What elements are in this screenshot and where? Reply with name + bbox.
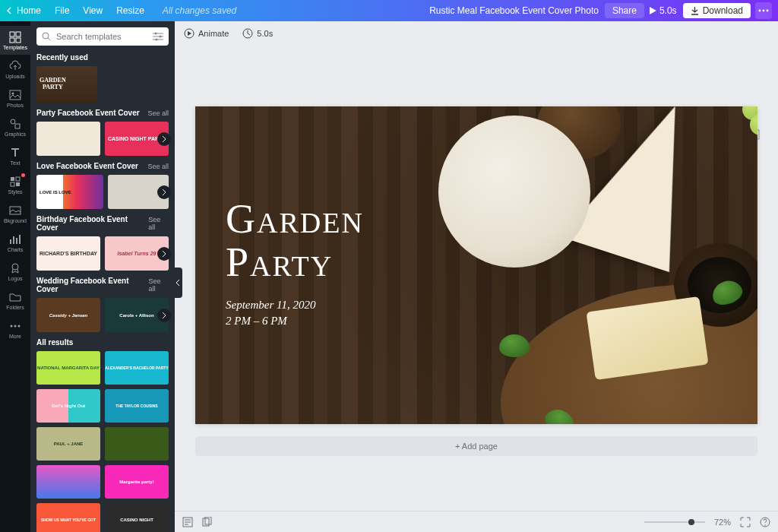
template-thumb[interactable]: Cassidy + Jensen [36, 298, 100, 332]
document-title[interactable]: Rustic Meal Facebook Event Cover Photo [429, 5, 599, 16]
template-thumb[interactable] [105, 427, 169, 461]
animate-button[interactable]: Animate [184, 28, 229, 39]
rail-templates[interactable]: Templates [0, 26, 30, 55]
zoom-slider[interactable] [644, 521, 705, 523]
template-thumb[interactable]: RICHARD'S BIRTHDAY [36, 236, 100, 271]
svg-point-2 [767, 10, 769, 12]
svg-point-20 [43, 33, 49, 39]
help-icon[interactable] [760, 517, 770, 527]
fullscreen-icon[interactable] [740, 517, 751, 527]
template-thumb[interactable]: GARDENPARTY [36, 66, 97, 103]
filter-icon[interactable] [153, 32, 163, 41]
search-input[interactable] [36, 27, 169, 46]
home-button[interactable]: Home [6, 5, 41, 16]
side-rail: Templates Uploads Photos Graphics Text S… [0, 21, 30, 532]
shapes-icon [9, 118, 21, 130]
template-thumb[interactable]: Margarita party! [105, 465, 169, 499]
template-thumb[interactable]: LOVE IS LOVE [36, 175, 103, 209]
folder-icon [9, 291, 21, 303]
svg-point-8 [12, 92, 14, 94]
home-label: Home [17, 5, 41, 16]
view-menu[interactable]: View [83, 5, 103, 16]
file-menu[interactable]: File [55, 5, 69, 16]
template-thumb[interactable]: CASINO NIGHT [105, 503, 169, 532]
scroll-right-button[interactable] [157, 309, 171, 322]
see-all-link[interactable]: See all [148, 216, 169, 231]
svg-point-33 [764, 524, 765, 525]
notes-icon[interactable] [182, 517, 193, 527]
chevron-right-icon [161, 136, 167, 142]
svg-point-22 [160, 36, 162, 38]
palette-icon [9, 176, 21, 188]
cloud-upload-icon [9, 60, 21, 72]
download-icon [691, 7, 699, 15]
scroll-right-button[interactable] [157, 247, 171, 261]
chevron-left-icon [176, 280, 180, 286]
bottom-bar: 72% [175, 511, 778, 532]
scroll-right-button[interactable] [157, 132, 171, 146]
design-date[interactable]: September 11, 2020 [226, 297, 364, 313]
template-thumb[interactable]: NATIONAL MARGARITA DAY [36, 351, 100, 385]
text-icon [9, 147, 21, 159]
download-button[interactable]: Download [683, 3, 751, 18]
more-menu-button[interactable] [755, 2, 772, 19]
context-toolbar: Animate 5.0s [175, 21, 778, 46]
svg-point-0 [759, 10, 761, 12]
template-thumb[interactable]: THE TAYLOR COUSINS [105, 389, 169, 423]
zoom-value[interactable]: 72% [714, 518, 731, 527]
resize-menu[interactable]: Resize [116, 5, 144, 16]
scroll-right-button[interactable] [157, 185, 171, 199]
svg-point-9 [11, 119, 15, 124]
svg-point-18 [14, 325, 17, 327]
see-all-link[interactable]: See all [147, 163, 169, 170]
template-thumb[interactable] [36, 465, 100, 499]
duration-button[interactable]: 5.0s [242, 28, 273, 39]
svg-point-16 [12, 264, 18, 270]
design-heading[interactable]: GardenParty [226, 198, 364, 283]
badge-icon [9, 262, 21, 274]
design-text-group[interactable]: GardenParty September 11, 2020 2 PM – 6 … [226, 198, 364, 329]
pages-icon[interactable] [202, 517, 213, 527]
templates-panel: Recently used GARDENPARTY Party Facebook… [30, 21, 175, 532]
rail-styles[interactable]: Styles [0, 170, 30, 199]
rail-text[interactable]: Text [0, 141, 30, 170]
see-all-link[interactable]: See all [148, 277, 169, 293]
rail-more[interactable]: More [0, 315, 30, 344]
template-thumb[interactable]: PAUL + JANE [36, 427, 100, 461]
see-all-link[interactable]: See all [147, 109, 169, 117]
svg-rect-13 [11, 182, 14, 186]
rail-folders[interactable]: Folders [0, 286, 30, 315]
svg-rect-4 [16, 32, 21, 36]
rail-background[interactable]: Bkground [0, 199, 30, 228]
template-thumb[interactable] [36, 122, 100, 156]
play-duration: 5.0s [659, 5, 677, 16]
rail-logos[interactable]: Logos [0, 257, 30, 286]
add-page-button[interactable]: + Add page [195, 436, 757, 456]
rail-graphics[interactable]: Graphics [0, 112, 30, 141]
design-canvas[interactable]: GardenParty September 11, 2020 2 PM – 6 … [195, 106, 757, 424]
svg-rect-3 [10, 32, 14, 36]
svg-point-23 [156, 39, 158, 41]
canvas-stage[interactable]: GardenParty September 11, 2020 2 PM – 6 … [175, 46, 778, 511]
search-icon [42, 32, 51, 41]
new-badge [21, 173, 25, 177]
template-thumb[interactable]: ALEXANDER'S BACHELOR PARTY [105, 351, 169, 385]
chevron-left-icon [6, 7, 14, 14]
share-button[interactable]: Share [605, 3, 644, 18]
template-thumb[interactable]: Girl's Night Out [36, 389, 100, 423]
rail-photos[interactable]: Photos [0, 84, 30, 112]
collapse-panel-button[interactable] [173, 268, 182, 298]
rail-charts[interactable]: Charts [0, 228, 30, 257]
svg-rect-14 [16, 182, 20, 186]
svg-point-1 [763, 10, 765, 12]
template-thumb[interactable]: SHOW US WHAT YOU'VE GOT [36, 503, 100, 532]
svg-rect-11 [11, 177, 14, 181]
design-time[interactable]: 2 PM – 6 PM [226, 313, 364, 329]
section-love: Love Facebook Event Cover [36, 162, 138, 170]
download-label: Download [703, 5, 743, 16]
rail-uploads[interactable]: Uploads [0, 55, 30, 84]
play-button[interactable]: 5.0s [649, 5, 677, 16]
zoom-thumb[interactable] [688, 519, 694, 525]
top-menubar: Home File View Resize All changes saved … [0, 0, 778, 21]
section-party: Party Facebook Event Cover [36, 109, 140, 117]
